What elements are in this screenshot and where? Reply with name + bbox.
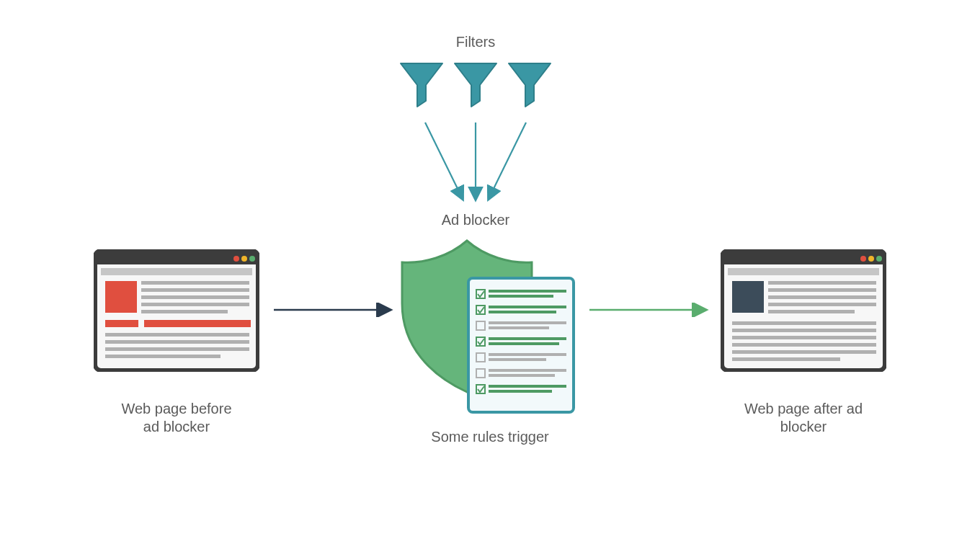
svg-rect-58 (768, 310, 855, 313)
rules-label: Some rules trigger (389, 428, 591, 446)
before-label: Web page before ad blocker (86, 382, 267, 436)
svg-rect-64 (732, 357, 840, 361)
arrow-before-to-blocker (272, 303, 395, 317)
svg-rect-46 (105, 355, 220, 358)
svg-rect-40 (141, 310, 228, 313)
svg-rect-53 (732, 281, 764, 313)
svg-rect-21 (489, 353, 566, 356)
svg-rect-55 (768, 288, 876, 292)
svg-rect-35 (105, 281, 137, 313)
svg-rect-42 (144, 320, 251, 327)
arrow-blocker-to-after (588, 303, 710, 317)
svg-point-33 (249, 256, 255, 262)
rules-text: Some rules trigger (431, 429, 548, 445)
svg-rect-45 (105, 347, 249, 351)
before-text: Web page before ad blocker (121, 401, 231, 435)
svg-rect-9 (489, 290, 566, 293)
adblocker-illustration (395, 235, 582, 422)
svg-rect-30 (97, 253, 256, 264)
svg-point-50 (868, 256, 874, 262)
svg-rect-41 (105, 320, 138, 327)
svg-rect-61 (732, 336, 876, 339)
rules-document-icon (468, 278, 574, 412)
svg-point-32 (241, 256, 247, 262)
svg-line-6 (490, 122, 526, 196)
svg-point-31 (233, 256, 239, 262)
adblocker-label: Ad blocker (404, 211, 548, 229)
svg-point-49 (860, 256, 866, 262)
filter-arrows (389, 115, 562, 209)
filters-text: Filters (456, 34, 495, 50)
svg-rect-27 (489, 385, 566, 388)
after-label: Web page after ad blocker (713, 382, 894, 436)
svg-rect-62 (732, 343, 876, 347)
svg-marker-1 (455, 63, 496, 107)
svg-rect-10 (489, 295, 553, 298)
svg-rect-44 (105, 340, 249, 344)
svg-rect-19 (489, 342, 559, 345)
svg-rect-57 (768, 303, 876, 306)
after-text: Web page after ad blocker (744, 401, 863, 435)
svg-rect-37 (141, 288, 249, 292)
svg-rect-12 (489, 306, 566, 308)
diagram-stage: Filters Ad blocker (0, 0, 980, 539)
svg-rect-25 (489, 374, 555, 377)
svg-rect-48 (724, 253, 883, 264)
svg-rect-36 (141, 281, 249, 285)
svg-rect-24 (489, 369, 566, 372)
svg-line-4 (425, 122, 461, 196)
adblocker-text: Ad blocker (442, 212, 510, 228)
svg-marker-2 (509, 63, 551, 107)
svg-rect-22 (489, 358, 546, 361)
svg-rect-13 (489, 311, 556, 313)
svg-rect-63 (732, 350, 876, 354)
funnel-icon (396, 59, 447, 111)
filters-label: Filters (404, 33, 548, 51)
svg-rect-43 (105, 333, 249, 337)
svg-rect-39 (141, 303, 249, 306)
svg-rect-59 (732, 321, 876, 325)
browser-before-icon (94, 249, 259, 372)
svg-rect-56 (768, 295, 876, 299)
svg-rect-54 (768, 281, 876, 285)
svg-point-51 (876, 256, 882, 262)
svg-rect-28 (489, 390, 552, 393)
svg-rect-52 (728, 268, 879, 275)
svg-marker-0 (401, 63, 442, 107)
svg-rect-18 (489, 337, 566, 340)
svg-rect-38 (141, 295, 249, 299)
svg-rect-16 (489, 326, 549, 329)
svg-rect-34 (101, 268, 252, 275)
funnel-icon (450, 59, 501, 111)
browser-after-icon (721, 249, 886, 372)
svg-rect-15 (489, 321, 566, 324)
svg-rect-60 (732, 329, 876, 332)
funnel-icon (504, 59, 555, 111)
